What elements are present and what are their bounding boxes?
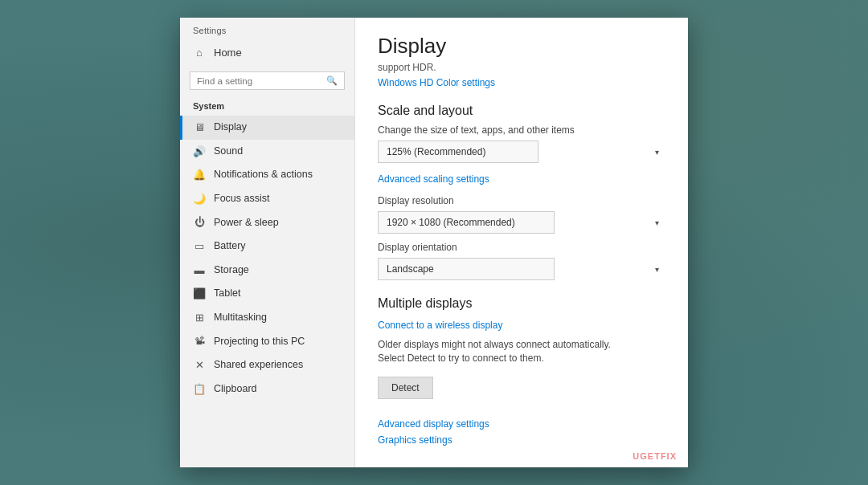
sidebar-item-storage[interactable]: ▬ Storage <box>180 259 354 283</box>
connect-wireless-link[interactable]: Connect to a wireless display <box>378 320 502 331</box>
orientation-label: Display orientation <box>378 242 665 253</box>
display-icon: 🖥 <box>193 121 206 134</box>
nav-label-storage: Storage <box>214 264 249 276</box>
nav-label-multitasking: Multitasking <box>214 312 267 324</box>
orientation-dropdown[interactable]: Landscape <box>378 258 555 280</box>
sidebar: Settings ⌂ Home 🔍 System 🖥 Display 🔊 Sou… <box>180 18 355 467</box>
multiple-displays-title: Multiple displays <box>378 296 665 311</box>
nav-label-battery: Battery <box>214 240 246 252</box>
multitasking-icon: ⊞ <box>193 312 206 324</box>
nav-label-focus: Focus assist <box>214 193 269 205</box>
advanced-display-link[interactable]: Advanced display settings <box>378 418 665 430</box>
scale-dropdown-wrapper: 125% (Recommended) ▾ <box>378 141 665 163</box>
tablet-icon: ⬛ <box>193 287 206 300</box>
nav-label-projecting: Projecting to this PC <box>214 336 305 348</box>
nav-label-power: Power & sleep <box>214 217 279 229</box>
orientation-chevron-icon: ▾ <box>655 265 659 274</box>
main-content: Display support HDR. Windows HD Color se… <box>355 18 688 467</box>
resolution-chevron-icon: ▾ <box>655 218 659 227</box>
search-input[interactable] <box>197 76 321 86</box>
sidebar-item-sound[interactable]: 🔊 Sound <box>180 140 354 164</box>
hdr-support-text: support HDR. <box>378 62 665 73</box>
scale-chevron-icon: ▾ <box>655 148 659 157</box>
detect-button[interactable]: Detect <box>378 377 433 399</box>
sidebar-item-shared[interactable]: ✕ Shared experiences <box>180 353 354 377</box>
orientation-dropdown-wrapper: Landscape ▾ <box>378 258 665 280</box>
battery-icon: ▭ <box>193 240 206 253</box>
sidebar-home-item[interactable]: ⌂ Home <box>180 39 354 67</box>
home-icon: ⌂ <box>193 47 206 59</box>
scale-dropdown[interactable]: 125% (Recommended) <box>378 141 538 163</box>
nav-label-tablet: Tablet <box>214 287 240 300</box>
storage-icon: ▬ <box>193 264 206 277</box>
sidebar-title: Settings <box>180 18 354 39</box>
graphics-settings-link[interactable]: Graphics settings <box>378 434 665 446</box>
notifications-icon: 🔔 <box>193 169 206 181</box>
sidebar-home-label: Home <box>214 47 242 59</box>
search-icon: 🔍 <box>326 75 338 86</box>
nav-label-shared: Shared experiences <box>214 359 303 371</box>
nav-label-sound: Sound <box>214 145 243 157</box>
settings-window: Settings ⌂ Home 🔍 System 🖥 Display 🔊 Sou… <box>180 18 688 467</box>
search-box[interactable]: 🔍 <box>190 71 345 90</box>
system-section-label: System <box>180 98 354 116</box>
watermark: UGETFIX <box>633 451 677 461</box>
resolution-label: Display resolution <box>378 195 665 206</box>
older-displays-text: Older displays might not always connect … <box>378 338 635 365</box>
bottom-links: Advanced display settings Graphics setti… <box>378 418 665 446</box>
sidebar-item-notifications[interactable]: 🔔 Notifications & actions <box>180 163 354 187</box>
sidebar-item-focus[interactable]: 🌙 Focus assist <box>180 187 354 211</box>
sidebar-item-clipboard[interactable]: 📋 Clipboard <box>180 377 354 401</box>
advanced-scaling-link[interactable]: Advanced scaling settings <box>378 173 489 185</box>
sidebar-item-projecting[interactable]: 📽 Projecting to this PC <box>180 329 354 353</box>
resolution-dropdown[interactable]: 1920 × 1080 (Recommended) <box>378 211 555 234</box>
clipboard-icon: 📋 <box>193 383 206 396</box>
sound-icon: 🔊 <box>193 145 206 158</box>
sidebar-item-battery[interactable]: ▭ Battery <box>180 234 354 259</box>
resolution-dropdown-wrapper: 1920 × 1080 (Recommended) ▾ <box>378 211 665 234</box>
shared-icon: ✕ <box>193 359 206 372</box>
windows-hd-color-link[interactable]: Windows HD Color settings <box>378 77 495 88</box>
focus-icon: 🌙 <box>193 193 206 206</box>
sidebar-item-display[interactable]: 🖥 Display <box>180 116 354 140</box>
projecting-icon: 📽 <box>193 335 206 348</box>
power-icon: ⏻ <box>193 216 206 229</box>
nav-label-display: Display <box>214 121 247 133</box>
sidebar-item-tablet[interactable]: ⬛ Tablet <box>180 282 354 306</box>
page-title: Display <box>378 34 665 59</box>
change-size-label: Change the size of text, apps, and other… <box>378 124 665 136</box>
sidebar-item-power[interactable]: ⏻ Power & sleep <box>180 210 354 234</box>
nav-label-clipboard: Clipboard <box>214 383 257 395</box>
nav-label-notifications: Notifications & actions <box>214 169 313 181</box>
sidebar-item-multitasking[interactable]: ⊞ Multitasking <box>180 306 354 330</box>
scale-section-title: Scale and layout <box>378 104 665 118</box>
